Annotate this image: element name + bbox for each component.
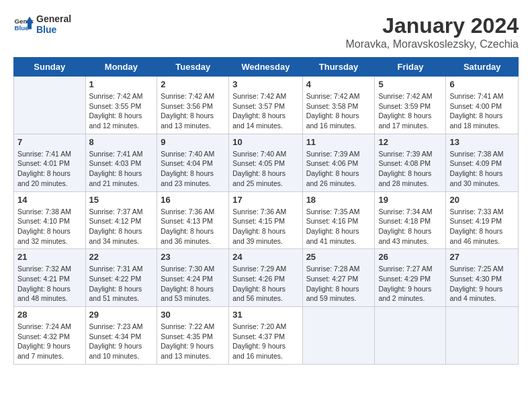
calendar-cell: 15Sunrise: 7:37 AM Sunset: 4:12 PM Dayli…: [85, 191, 157, 249]
weekday-header-monday: Monday: [85, 58, 157, 77]
day-info: Sunrise: 7:20 AM Sunset: 4:37 PM Dayligh…: [232, 322, 298, 361]
day-number: 19: [378, 195, 442, 205]
calendar-cell: 16Sunrise: 7:36 AM Sunset: 4:13 PM Dayli…: [157, 191, 229, 249]
calendar-table: SundayMondayTuesdayWednesdayThursdayFrid…: [13, 57, 519, 365]
day-number: 27: [449, 252, 515, 262]
day-info: Sunrise: 7:40 AM Sunset: 4:05 PM Dayligh…: [232, 149, 298, 189]
day-number: 2: [161, 79, 225, 89]
day-info: Sunrise: 7:42 AM Sunset: 3:59 PM Dayligh…: [378, 91, 442, 131]
day-info: Sunrise: 7:32 AM Sunset: 4:21 PM Dayligh…: [17, 264, 82, 304]
calendar-cell: 27Sunrise: 7:25 AM Sunset: 4:30 PM Dayli…: [446, 249, 519, 307]
day-info: Sunrise: 7:36 AM Sunset: 4:13 PM Dayligh…: [161, 207, 225, 246]
day-number: 28: [17, 310, 82, 320]
day-info: Sunrise: 7:42 AM Sunset: 3:56 PM Dayligh…: [161, 91, 225, 131]
calendar-cell: 20Sunrise: 7:33 AM Sunset: 4:19 PM Dayli…: [446, 191, 519, 249]
location-title: Moravka, Moravskoslezsky, Czechia: [345, 38, 519, 50]
day-number: 21: [17, 252, 82, 262]
calendar-cell: 11Sunrise: 7:39 AM Sunset: 4:06 PM Dayli…: [302, 134, 375, 191]
day-number: 15: [89, 195, 154, 205]
calendar-cell: 25Sunrise: 7:28 AM Sunset: 4:27 PM Dayli…: [302, 249, 375, 307]
weekday-header-row: SundayMondayTuesdayWednesdayThursdayFrid…: [14, 58, 519, 77]
calendar-cell: 13Sunrise: 7:38 AM Sunset: 4:09 PM Dayli…: [446, 134, 519, 191]
day-number: 25: [306, 252, 371, 262]
calendar-body: 1Sunrise: 7:42 AM Sunset: 3:55 PM Daylig…: [14, 77, 519, 365]
calendar-cell: 17Sunrise: 7:36 AM Sunset: 4:15 PM Dayli…: [229, 191, 302, 249]
calendar-cell: 29Sunrise: 7:23 AM Sunset: 4:34 PM Dayli…: [85, 307, 157, 365]
day-number: 8: [89, 137, 154, 147]
weekday-header-friday: Friday: [375, 58, 446, 77]
calendar-cell: 21Sunrise: 7:32 AM Sunset: 4:21 PM Dayli…: [14, 249, 86, 307]
day-number: 24: [232, 252, 298, 262]
calendar-cell: 19Sunrise: 7:34 AM Sunset: 4:18 PM Dayli…: [375, 191, 446, 249]
day-number: 1: [89, 79, 154, 89]
weekday-header-wednesday: Wednesday: [229, 58, 302, 77]
day-number: 9: [161, 137, 225, 147]
calendar-cell: 2Sunrise: 7:42 AM Sunset: 3:56 PM Daylig…: [157, 77, 229, 134]
day-info: Sunrise: 7:29 AM Sunset: 4:26 PM Dayligh…: [232, 264, 298, 304]
calendar-cell: 24Sunrise: 7:29 AM Sunset: 4:26 PM Dayli…: [229, 249, 302, 307]
calendar-cell: 6Sunrise: 7:41 AM Sunset: 4:00 PM Daylig…: [446, 77, 519, 134]
day-number: 31: [232, 310, 298, 320]
day-info: Sunrise: 7:38 AM Sunset: 4:09 PM Dayligh…: [449, 149, 515, 189]
calendar-cell: 1Sunrise: 7:42 AM Sunset: 3:55 PM Daylig…: [85, 77, 157, 134]
weekday-header-sunday: Sunday: [14, 58, 86, 77]
header: General Blue General Blue January 2024 M…: [13, 13, 519, 50]
day-number: 29: [89, 310, 154, 320]
day-info: Sunrise: 7:42 AM Sunset: 3:57 PM Dayligh…: [232, 91, 298, 131]
logo: General Blue General Blue: [13, 13, 71, 35]
day-number: 23: [161, 252, 225, 262]
day-info: Sunrise: 7:37 AM Sunset: 4:12 PM Dayligh…: [89, 207, 154, 246]
calendar-cell: [14, 77, 86, 134]
logo-icon: General Blue: [13, 14, 34, 34]
title-area: January 2024 Moravka, Moravskoslezsky, C…: [345, 13, 519, 50]
calendar-week-3: 14Sunrise: 7:38 AM Sunset: 4:10 PM Dayli…: [14, 191, 519, 249]
calendar-cell: [302, 307, 375, 365]
day-number: 10: [232, 137, 298, 147]
day-number: 4: [306, 79, 371, 89]
day-number: 26: [378, 252, 442, 262]
day-info: Sunrise: 7:34 AM Sunset: 4:18 PM Dayligh…: [378, 207, 442, 246]
day-info: Sunrise: 7:40 AM Sunset: 4:04 PM Dayligh…: [161, 149, 225, 189]
day-info: Sunrise: 7:42 AM Sunset: 3:55 PM Dayligh…: [89, 91, 154, 131]
day-info: Sunrise: 7:39 AM Sunset: 4:06 PM Dayligh…: [306, 149, 371, 189]
calendar-week-2: 7Sunrise: 7:41 AM Sunset: 4:01 PM Daylig…: [14, 134, 519, 191]
day-info: Sunrise: 7:41 AM Sunset: 4:00 PM Dayligh…: [449, 91, 515, 131]
calendar-cell: 18Sunrise: 7:35 AM Sunset: 4:16 PM Dayli…: [302, 191, 375, 249]
calendar-cell: 22Sunrise: 7:31 AM Sunset: 4:22 PM Dayli…: [85, 249, 157, 307]
calendar-cell: 3Sunrise: 7:42 AM Sunset: 3:57 PM Daylig…: [229, 77, 302, 134]
weekday-header-tuesday: Tuesday: [157, 58, 229, 77]
day-info: Sunrise: 7:25 AM Sunset: 4:30 PM Dayligh…: [449, 264, 515, 304]
day-info: Sunrise: 7:27 AM Sunset: 4:29 PM Dayligh…: [378, 264, 442, 304]
calendar-cell: 10Sunrise: 7:40 AM Sunset: 4:05 PM Dayli…: [229, 134, 302, 191]
day-info: Sunrise: 7:30 AM Sunset: 4:24 PM Dayligh…: [161, 264, 225, 304]
day-number: 3: [232, 79, 298, 89]
day-info: Sunrise: 7:39 AM Sunset: 4:08 PM Dayligh…: [378, 149, 442, 189]
calendar-cell: 14Sunrise: 7:38 AM Sunset: 4:10 PM Dayli…: [14, 191, 86, 249]
day-info: Sunrise: 7:42 AM Sunset: 3:58 PM Dayligh…: [306, 91, 371, 131]
day-info: Sunrise: 7:33 AM Sunset: 4:19 PM Dayligh…: [449, 207, 515, 246]
logo-blue: Blue: [36, 24, 71, 35]
calendar-cell: 12Sunrise: 7:39 AM Sunset: 4:08 PM Dayli…: [375, 134, 446, 191]
day-number: 7: [17, 137, 82, 147]
calendar-week-1: 1Sunrise: 7:42 AM Sunset: 3:55 PM Daylig…: [14, 77, 519, 134]
day-info: Sunrise: 7:38 AM Sunset: 4:10 PM Dayligh…: [17, 207, 82, 246]
day-info: Sunrise: 7:36 AM Sunset: 4:15 PM Dayligh…: [232, 207, 298, 246]
day-number: 20: [449, 195, 515, 205]
calendar-cell: 30Sunrise: 7:22 AM Sunset: 4:35 PM Dayli…: [157, 307, 229, 365]
month-title: January 2024: [345, 13, 519, 38]
day-info: Sunrise: 7:35 AM Sunset: 4:16 PM Dayligh…: [306, 207, 371, 246]
day-info: Sunrise: 7:31 AM Sunset: 4:22 PM Dayligh…: [89, 264, 154, 304]
day-number: 14: [17, 195, 82, 205]
day-info: Sunrise: 7:41 AM Sunset: 4:01 PM Dayligh…: [17, 149, 82, 189]
calendar-cell: 4Sunrise: 7:42 AM Sunset: 3:58 PM Daylig…: [302, 77, 375, 134]
calendar-cell: 31Sunrise: 7:20 AM Sunset: 4:37 PM Dayli…: [229, 307, 302, 365]
day-info: Sunrise: 7:22 AM Sunset: 4:35 PM Dayligh…: [161, 322, 225, 361]
day-number: 16: [161, 195, 225, 205]
day-number: 13: [449, 137, 515, 147]
calendar-cell: 23Sunrise: 7:30 AM Sunset: 4:24 PM Dayli…: [157, 249, 229, 307]
calendar-cell: [446, 307, 519, 365]
day-info: Sunrise: 7:41 AM Sunset: 4:03 PM Dayligh…: [89, 149, 154, 189]
day-info: Sunrise: 7:28 AM Sunset: 4:27 PM Dayligh…: [306, 264, 371, 304]
day-number: 6: [449, 79, 515, 89]
calendar-week-4: 21Sunrise: 7:32 AM Sunset: 4:21 PM Dayli…: [14, 249, 519, 307]
